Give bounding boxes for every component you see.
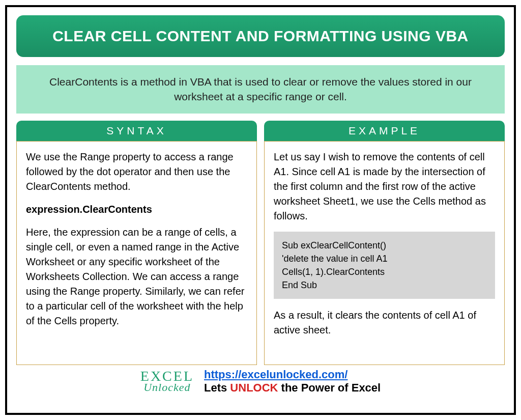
footer-tagline: Lets UNLOCK the Power of Excel — [204, 381, 381, 395]
code-block: Sub exClearCellContent() 'delete the val… — [274, 232, 495, 299]
footer-text: https://excelunlocked.com/ Lets UNLOCK t… — [204, 368, 381, 395]
logo: EXCEL Unlocked — [140, 370, 194, 393]
syntax-paragraph-1: We use the Range property to access a ra… — [26, 150, 247, 194]
syntax-header: SYNTAX — [16, 121, 257, 141]
example-paragraph-1: Let us say I wish to remove the contents… — [274, 150, 495, 223]
footer: EXCEL Unlocked https://excelunlocked.com… — [16, 368, 505, 395]
footer-url-link[interactable]: https://excelunlocked.com/ — [204, 368, 348, 381]
example-column: EXAMPLE Let us say I wish to remove the … — [264, 121, 505, 365]
tagline-suffix: the Power of Excel — [278, 381, 381, 394]
syntax-body: We use the Range property to access a ra… — [16, 141, 257, 365]
example-paragraph-2: As a result, it clears the contents of c… — [274, 308, 495, 338]
tagline-prefix: Lets — [204, 381, 230, 394]
description-banner: ClearContents is a method in VBA that is… — [16, 65, 505, 114]
columns-container: SYNTAX We use the Range property to acce… — [16, 121, 505, 365]
page-title: CLEAR CELL CONTENT AND FORMATTING USING … — [16, 15, 505, 57]
document-frame: CLEAR CELL CONTENT AND FORMATTING USING … — [5, 5, 516, 415]
syntax-column: SYNTAX We use the Range property to acce… — [16, 121, 257, 365]
logo-line-2: Unlocked — [140, 382, 194, 393]
example-body: Let us say I wish to remove the contents… — [264, 141, 505, 365]
syntax-expression: expression.ClearContents — [26, 202, 247, 217]
syntax-paragraph-2: Here, the expression can be a range of c… — [26, 225, 247, 328]
tagline-unlock: UNLOCK — [230, 381, 278, 394]
example-header: EXAMPLE — [264, 121, 505, 141]
